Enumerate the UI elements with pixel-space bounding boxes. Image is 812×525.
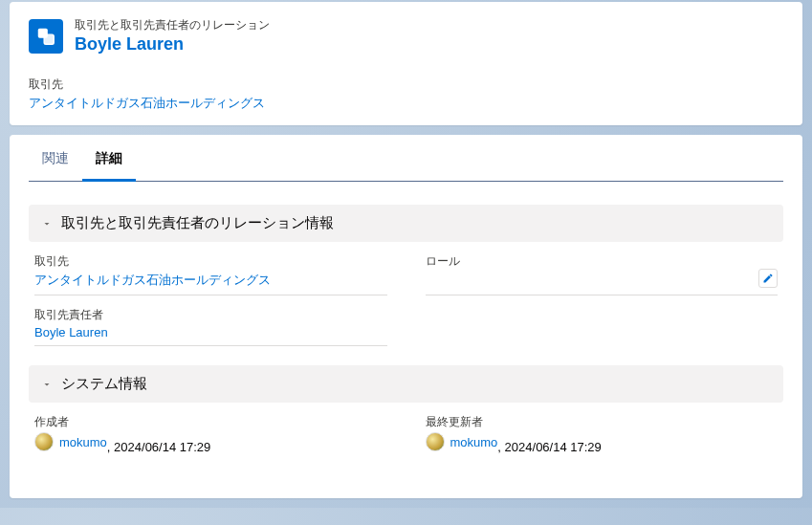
record-title: Boyle Lauren — [75, 33, 270, 55]
record-type-icon — [29, 19, 63, 54]
field-account: 取引先 アンタイトルドガス石油ホールディングス — [34, 253, 387, 295]
section-header-system-info[interactable]: システム情報 — [29, 365, 783, 403]
header-account-label: 取引先 — [29, 77, 783, 93]
record-header-top: 取引先と取引先責任者のリレーション Boyle Lauren — [29, 17, 783, 55]
record-header-card: 取引先と取引先責任者のリレーション Boyle Lauren 取引先 アンタイト… — [10, 2, 802, 125]
relation-info-fields: 取引先 アンタイトルドガス石油ホールディングス ロール 取引先責任者 Boyle… — [29, 253, 783, 346]
svg-rect-1 — [44, 34, 54, 44]
avatar — [34, 432, 54, 451]
record-meta: 取引先と取引先責任者のリレーション Boyle Lauren — [75, 17, 270, 55]
modified-by-user-link[interactable]: mokumo — [450, 435, 498, 449]
modified-by-user: mokumo — [426, 432, 498, 451]
modified-by-time: 2024/06/14 17:29 — [497, 440, 601, 454]
section-header-relation-info[interactable]: 取引先と取引先責任者のリレーション情報 — [29, 205, 783, 242]
avatar — [426, 432, 445, 451]
field-contact-label: 取引先責任者 — [34, 307, 387, 323]
created-by-user: mokumo — [34, 432, 107, 451]
header-account-field: 取引先 アンタイトルドガス石油ホールディングス — [29, 77, 783, 112]
field-created-by-label: 作成者 — [34, 414, 387, 430]
created-by-user-link[interactable]: mokumo — [59, 435, 107, 449]
tab-detail[interactable]: 詳細 — [82, 135, 136, 182]
created-by-time: 2024/06/14 17:29 — [107, 440, 210, 454]
chevron-down-icon — [40, 217, 54, 230]
system-info-fields: 作成者 mokumo 2024/06/14 17:29 最終更新者 mokumo… — [29, 414, 783, 460]
field-modified-by-value: mokumo 2024/06/14 17:29 — [426, 432, 779, 454]
field-modified-by: 最終更新者 mokumo 2024/06/14 17:29 — [426, 414, 779, 460]
tab-bar: 関連 詳細 — [29, 135, 783, 182]
section-system-info: システム情報 作成者 mokumo 2024/06/14 17:29 最終更新者… — [29, 365, 783, 460]
section-relation-info: 取引先と取引先責任者のリレーション情報 取引先 アンタイトルドガス石油ホールディ… — [29, 205, 783, 346]
field-role-label: ロール — [426, 253, 779, 270]
field-created-by-value: mokumo 2024/06/14 17:29 — [34, 432, 387, 454]
edit-role-button[interactable] — [758, 269, 778, 288]
field-contact: 取引先責任者 Boyle Lauren — [34, 307, 387, 346]
header-account-link[interactable]: アンタイトルドガス石油ホールディングス — [29, 96, 265, 110]
chevron-down-icon — [40, 378, 54, 391]
pencil-icon — [762, 273, 774, 284]
field-account-link[interactable]: アンタイトルドガス石油ホールディングス — [34, 273, 271, 287]
section-title-relation-info: 取引先と取引先責任者のリレーション情報 — [61, 214, 334, 232]
field-account-label: 取引先 — [34, 253, 387, 270]
section-title-system-info: システム情報 — [61, 375, 147, 393]
field-modified-by-label: 最終更新者 — [426, 414, 779, 430]
tab-related[interactable]: 関連 — [29, 135, 82, 182]
field-role: ロール — [426, 253, 779, 295]
record-type-label: 取引先と取引先責任者のリレーション — [75, 17, 270, 33]
field-contact-link[interactable]: Boyle Lauren — [34, 325, 108, 339]
field-created-by: 作成者 mokumo 2024/06/14 17:29 — [34, 414, 387, 460]
detail-card: 関連 詳細 取引先と取引先責任者のリレーション情報 取引先 アンタイトルドガス石… — [10, 135, 802, 498]
